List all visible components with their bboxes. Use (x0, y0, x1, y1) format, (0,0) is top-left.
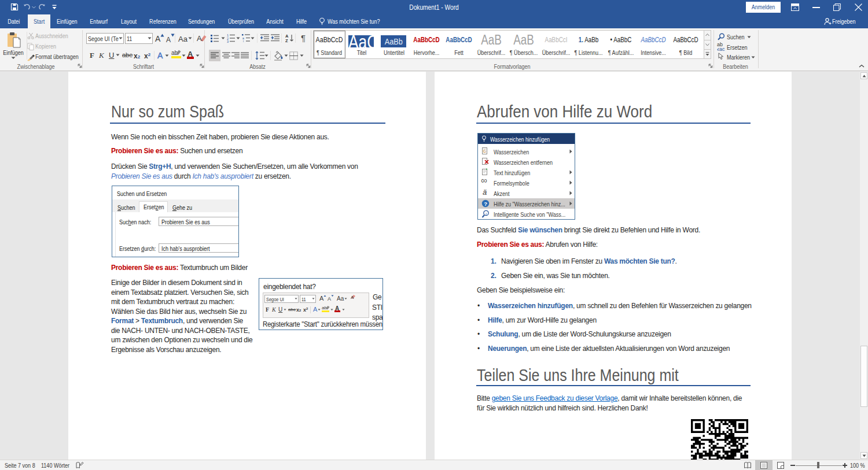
svg-text:3: 3 (227, 40, 229, 43)
svg-text:Z: Z (285, 38, 288, 43)
svg-text:i: i (486, 212, 487, 216)
svg-text:i: i (243, 39, 244, 43)
svg-text:A: A (351, 295, 354, 300)
svg-text:?: ? (484, 201, 487, 207)
